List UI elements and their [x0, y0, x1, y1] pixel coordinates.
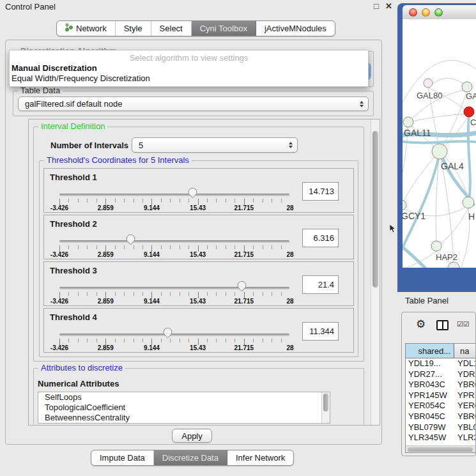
- table-row[interactable]: YBL079WYBL0: [406, 422, 476, 433]
- tab-discretize-data[interactable]: Discretize Data: [154, 450, 227, 465]
- tick-label: -3.426: [50, 251, 68, 258]
- threshold-1-label: Threshold 1: [50, 173, 97, 182]
- node-bottom[interactable]: [448, 262, 459, 268]
- tab-style[interactable]: Style: [116, 21, 151, 36]
- popup-item-equal-width-frequency[interactable]: Equal Width/Frequency Discretization: [10, 73, 368, 84]
- tick-label: 2.859: [98, 251, 114, 258]
- interval-definition-group: Interval Definition Number of Intervals …: [33, 127, 364, 362]
- tick-label: 9.144: [144, 204, 160, 211]
- slider-thumb[interactable]: [163, 328, 173, 341]
- number-of-intervals-spinner[interactable]: 5: [132, 137, 298, 153]
- close-window-icon[interactable]: ✕: [385, 1, 392, 11]
- slider-thumb[interactable]: [126, 234, 135, 247]
- threshold-1-value-field[interactable]: 14.713: [302, 182, 339, 201]
- popup-item-manual-discretization[interactable]: Manual Discretization: [10, 63, 368, 73]
- list-item[interactable]: TopologicalCoefficient: [38, 403, 330, 413]
- tab-cyni-toolbox-label: Cyni Toolbox: [200, 24, 247, 33]
- close-traffic-light-icon[interactable]: [409, 8, 417, 17]
- tick-label: 28: [286, 251, 293, 258]
- tab-network[interactable]: Network: [57, 21, 116, 36]
- tab-infer-network-label: Infer Network: [236, 453, 285, 463]
- threshold-2-value-field[interactable]: 6.316: [302, 229, 339, 247]
- settings-vertical-scrollbar[interactable]: [371, 119, 380, 425]
- float-window-icon[interactable]: □: [374, 1, 379, 11]
- control-panel-tabbar: Network Style Select Cyni Toolbox jActiv…: [56, 20, 335, 36]
- threshold-1-slider[interactable]: -3.426 2.859 9.144 15.43 21.715 28: [59, 188, 290, 211]
- network-canvas[interactable]: GAL80 GA C GAL11 GAL4 GCY1 H HAP2: [403, 19, 476, 268]
- minimize-traffic-light-icon[interactable]: [422, 8, 430, 17]
- apply-button[interactable]: Apply: [172, 429, 212, 443]
- threshold-2-slider[interactable]: -3.426 2.859 9.144 15.43 21.715 28: [59, 234, 290, 257]
- node-h[interactable]: [463, 197, 474, 208]
- node-label-partial-ga: GA: [466, 91, 476, 101]
- cyni-bottom-tabbar: Impute Data Discretize Data Infer Networ…: [91, 450, 294, 466]
- tick-label: 21.715: [234, 298, 254, 305]
- threshold-4-label: Threshold 4: [50, 312, 97, 322]
- node-hap2[interactable]: [431, 241, 441, 251]
- table-panel-title: Table Panel: [405, 296, 449, 305]
- tab-jactivemnodules[interactable]: jActiveMNodules: [256, 21, 335, 36]
- scrollbar-thumb[interactable]: [408, 447, 473, 452]
- list-vertical-scrollbar[interactable]: [321, 392, 330, 423]
- thresholds-coordinates-group: Threshold's Coordinates for 5 Intervals …: [39, 160, 358, 357]
- node-gal11[interactable]: [403, 117, 413, 127]
- cell: YBR045C: [406, 411, 454, 422]
- tab-cyni-toolbox[interactable]: Cyni Toolbox: [192, 21, 256, 36]
- table-row[interactable]: YER054CYER0: [406, 401, 476, 411]
- cell: YLR345W: [406, 433, 454, 443]
- threshold-1-panel: Threshold 1 -3.426 2.859 9.144 15.43 21.…: [43, 168, 354, 213]
- gear-icon[interactable]: ⚙: [416, 318, 426, 331]
- threshold-4-value-field[interactable]: 11.344: [302, 322, 339, 341]
- control-panel-title: Control Panel: [5, 2, 56, 12]
- cell: YBR043C: [406, 380, 454, 390]
- table-data-combobox[interactable]: galFiltered.sif default node: [18, 96, 369, 111]
- network-icon: [65, 23, 73, 34]
- table-row[interactable]: YBR043CYBR0: [406, 380, 476, 390]
- node-pink[interactable]: [424, 79, 433, 88]
- node-red-selected[interactable]: [464, 107, 474, 117]
- node-gal4[interactable]: [432, 144, 447, 159]
- table-row[interactable]: YBR045CYBR0: [406, 411, 476, 422]
- tab-network-label: Network: [76, 24, 107, 33]
- table-row[interactable]: YLR345WYLR3: [406, 433, 476, 443]
- zoom-traffic-light-icon[interactable]: [434, 8, 443, 17]
- number-of-intervals-value: 5: [132, 141, 143, 150]
- tick-label: 2.859: [98, 344, 114, 351]
- slider-track: [59, 240, 289, 243]
- node-gcy1[interactable]: [403, 200, 406, 210]
- table-row[interactable]: YPR145WYPR1: [406, 390, 476, 401]
- column-header-shared-name[interactable]: shared...: [406, 344, 454, 358]
- node-label-gal4: GAL4: [441, 161, 464, 171]
- slider-track: [59, 194, 289, 196]
- tab-select[interactable]: Select: [151, 21, 192, 36]
- tick-label: 2.859: [98, 298, 114, 305]
- list-item[interactable]: BetweennessCentrality: [38, 413, 330, 423]
- scrollbar-thumb[interactable]: [323, 394, 328, 411]
- threshold-3-slider[interactable]: -3.426 2.859 9.144 15.43 21.715 28: [59, 281, 290, 304]
- node-green-top[interactable]: [462, 82, 472, 92]
- slider-thumb[interactable]: [188, 188, 197, 201]
- column-header-name[interactable]: na: [454, 344, 476, 358]
- combo-stepper-icon: [360, 101, 364, 107]
- table-row[interactable]: YDR27...YDR2: [406, 369, 476, 380]
- threshold-3-value-field[interactable]: 21.4: [302, 275, 339, 294]
- tab-impute-data[interactable]: Impute Data: [91, 450, 154, 465]
- node-label-partial-h: H: [468, 211, 475, 222]
- cell: YBR0: [454, 380, 476, 390]
- table-horizontal-scrollbar[interactable]: [406, 445, 476, 452]
- tick-label: 15.43: [190, 298, 206, 305]
- slider-thumb[interactable]: [237, 281, 247, 294]
- mouse-cursor: [390, 224, 396, 235]
- tick-label: 21.715: [234, 344, 254, 351]
- scrollbar-thumb[interactable]: [372, 131, 378, 288]
- node-attribute-table: shared... na YDL19...YDL1 YDR27...YDR2 Y…: [405, 343, 476, 453]
- threshold-4-slider[interactable]: -3.426 2.859 9.144 15.43 21.715 28: [59, 328, 290, 351]
- column-layout-icon[interactable]: [436, 320, 449, 330]
- table-row[interactable]: YDL19...YDL1: [406, 358, 476, 369]
- list-item[interactable]: SelfLoops: [38, 392, 330, 403]
- tab-infer-network[interactable]: Infer Network: [227, 450, 293, 465]
- table-data-group-label: Table Data: [18, 86, 63, 95]
- tick-label: -3.426: [50, 344, 68, 351]
- numerical-attributes-list[interactable]: SelfLoops TopologicalCoefficient Between…: [38, 392, 330, 424]
- select-columns-checkboxes-icon[interactable]: ☑☑: [457, 320, 470, 328]
